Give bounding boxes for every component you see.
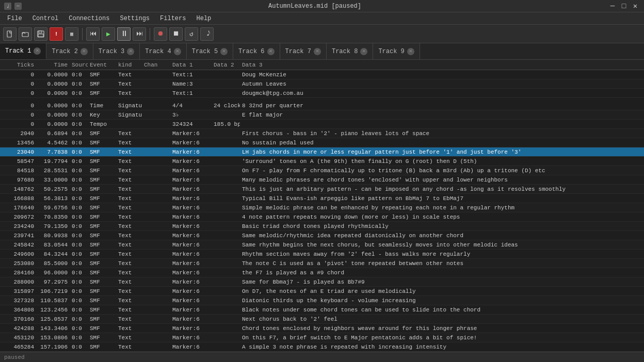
table-row[interactable]: 370160125.05370:0SMFTextMarker:6Next cho…	[0, 315, 644, 324]
cell-ticks: 424288	[0, 325, 36, 332]
menu-filters[interactable]: Filters	[155, 14, 191, 23]
track-tab-5[interactable]: Track 5✕	[187, 43, 233, 59]
table-row[interactable]: 9768033.00000:0SMFTextMarker:6Many melod…	[0, 175, 644, 185]
cell-kind: Text	[116, 325, 142, 332]
track-close-icon[interactable]: ✕	[314, 48, 321, 55]
track-tab-4[interactable]: Track 4✕	[140, 43, 186, 59]
cell-data2: 24 clocks per click,	[212, 103, 240, 109]
panic-button[interactable]: !	[50, 27, 63, 41]
table-row[interactable]: 24960084.32440:0SMFTextMarker:6Rhythm se…	[0, 250, 644, 259]
cell-time: 50.2575	[36, 186, 70, 192]
track-close-icon[interactable]: ✕	[174, 48, 181, 55]
cell-data3: the F7 is played as a #9 chord	[240, 270, 644, 276]
cell-data1: Marker:6	[170, 288, 212, 294]
table-row[interactable]: 8451828.55310:0SMFTextMarker:6On F7 - pl…	[0, 166, 644, 175]
table-row[interactable]: 20400.68940:0SMFTextMarker:6First chorus…	[0, 129, 644, 138]
cell-ticks: 0	[0, 81, 36, 87]
cell-data3: On this F7, a brief switch to E Major pe…	[240, 335, 644, 341]
table-row[interactable]: 00.00000:0SMFTextText:1Doug McKenzie	[0, 70, 644, 79]
pause-button[interactable]: ⏸	[117, 27, 131, 41]
track-close-icon[interactable]: ✕	[81, 48, 88, 55]
track-tab-9[interactable]: Track 9✕	[373, 43, 420, 59]
play-button[interactable]: ▶	[102, 27, 115, 41]
cell-kind: Text	[116, 233, 142, 239]
menu-help[interactable]: Help	[191, 14, 216, 23]
cell-data1: Marker:6	[170, 233, 212, 239]
save-button[interactable]	[34, 27, 47, 41]
track-tab-label: Track 2	[52, 48, 77, 55]
cell-event: SMF	[88, 298, 116, 304]
table-row[interactable]: 00.00000:0SMFTextText:1dougmck@tpg.com.a…	[0, 89, 644, 98]
track-tab-1[interactable]: Track 1✕	[0, 43, 46, 59]
table-row[interactable]: 230407.78380:0SMFTextMarker:6LH jabs cho…	[0, 147, 644, 157]
loop-button[interactable]: ↺	[185, 27, 198, 41]
table-row[interactable]: 465284157.19060:0SMFTextMarker:6A simple…	[0, 342, 644, 352]
cell-data1: Text:1	[170, 72, 212, 78]
table-row[interactable]: 134564.54620:0SMFTextMarker:6No sustain …	[0, 138, 644, 147]
track-tab-8[interactable]: Track 8✕	[327, 43, 373, 59]
track-tab-label: Track 4	[145, 48, 171, 55]
new-file-button[interactable]	[3, 27, 17, 41]
cell-event: SMF	[88, 279, 116, 285]
table-row[interactable]: 25308085.50000:0SMFTextMarker:6The note …	[0, 259, 644, 268]
cell-time: 157.1906	[36, 344, 70, 350]
menu-connections[interactable]: Connections	[63, 14, 115, 23]
rewind-button[interactable]: ⏮	[86, 27, 100, 41]
table-row[interactable]: 327328110.58370:0SMFTextMarker:6Diatonic…	[0, 296, 644, 305]
svg-rect-0	[7, 31, 11, 37]
table-row[interactable]: 28800097.29750:0SMFTextMarker:6Same for …	[0, 277, 644, 287]
table-row[interactable]: 315897106.72190:0SMFTextMarker:6On D7, t…	[0, 287, 644, 296]
cell-kind: Text	[116, 279, 142, 285]
table-row[interactable]: 453120153.08060:0SMFTextMarker:6On this …	[0, 333, 644, 342]
cell-time: 83.0544	[36, 242, 70, 248]
table-row[interactable]: 23974180.99380:0SMFTextMarker:6Same melo…	[0, 231, 644, 240]
record-button[interactable]: ⏺	[154, 27, 167, 41]
cell-ticks: 166888	[0, 195, 36, 202]
close-button[interactable]: ✕	[631, 2, 640, 11]
track-tab-3[interactable]: Track 3✕	[93, 43, 140, 59]
table-row[interactable]: 23424079.13500:0SMFTextMarker:6Basic tri…	[0, 222, 644, 231]
cell-time: 70.8350	[36, 214, 70, 220]
table-row[interactable]: 24584283.05440:0SMFTextMarker:6Same rhyt…	[0, 240, 644, 250]
track-tab-7[interactable]: Track 7✕	[280, 43, 327, 59]
forward-button[interactable]: ⏭	[133, 27, 146, 41]
table-row[interactable]: 5854719.77940:0SMFTextMarker:6'Surround'…	[0, 157, 644, 166]
metronome-button[interactable]: 𝅘𝅥𝅮	[200, 27, 214, 41]
minimize-button[interactable]: ─	[608, 2, 617, 11]
cell-event: SMF	[88, 130, 116, 137]
track-tab-6[interactable]: Track 6✕	[233, 43, 280, 59]
track-close-icon[interactable]: ✕	[220, 48, 228, 55]
cell-time: 7.7838	[36, 149, 70, 155]
table-row[interactable]: 14876250.25750:0SMFTextMarker:6This is j…	[0, 185, 644, 194]
track-close-icon[interactable]: ✕	[34, 47, 41, 55]
menu-control[interactable]: Control	[27, 14, 63, 23]
cell-source: 0:0	[70, 260, 88, 267]
track-close-icon[interactable]: ✕	[407, 48, 414, 55]
piano-button[interactable]: ▦	[65, 27, 78, 41]
track-close-icon[interactable]: ✕	[127, 48, 134, 55]
table-row[interactable]: 17664059.67560:0SMFTextMarker:6Simple me…	[0, 203, 644, 212]
table-row[interactable]: 28416096.00000:0SMFTextMarker:6the F7 is…	[0, 268, 644, 277]
cell-event: SMF	[88, 90, 116, 96]
col-event: Event	[88, 62, 116, 68]
menu-file[interactable]: File	[2, 14, 27, 23]
table-row[interactable]: 00.00000:0TimeSignature4/424 clocks per …	[0, 101, 644, 110]
track-close-icon[interactable]: ✕	[360, 48, 367, 55]
stop-button[interactable]: ⏹	[169, 27, 183, 41]
table-row[interactable]: 364808123.24560:0SMFTextMarker:6Black no…	[0, 305, 644, 315]
table-row[interactable]: 424288143.34060:0SMFTextMarker:6Chord to…	[0, 324, 644, 333]
cell-ticks: 284160	[0, 270, 36, 276]
cell-source: 0:0	[70, 223, 88, 229]
open-button[interactable]	[19, 27, 32, 41]
table-row[interactable]: 16688856.38130:0SMFTextMarker:6Typical B…	[0, 194, 644, 203]
menu-settings[interactable]: Settings	[115, 14, 155, 23]
maximize-button[interactable]: □	[619, 2, 629, 11]
cell-data3: Many melodic phrases are chord tones 'en…	[240, 177, 644, 183]
cell-data3: Same for Bbmaj7 - is played as Bb7#9	[240, 279, 644, 285]
table-row[interactable]: 00.00000:0SMFTextName:3Autumn Leaves	[0, 79, 644, 89]
table-row[interactable]: 00.00000:0KeySignature3♭E flat major	[0, 110, 644, 120]
track-tab-2[interactable]: Track 2✕	[46, 43, 93, 59]
table-row[interactable]: 20967270.83500:0SMFTextMarker:64 note pa…	[0, 212, 644, 222]
table-row[interactable]: 00.00000:0Tempo324324185.0 bpm	[0, 120, 644, 129]
track-close-icon[interactable]: ✕	[267, 48, 275, 55]
